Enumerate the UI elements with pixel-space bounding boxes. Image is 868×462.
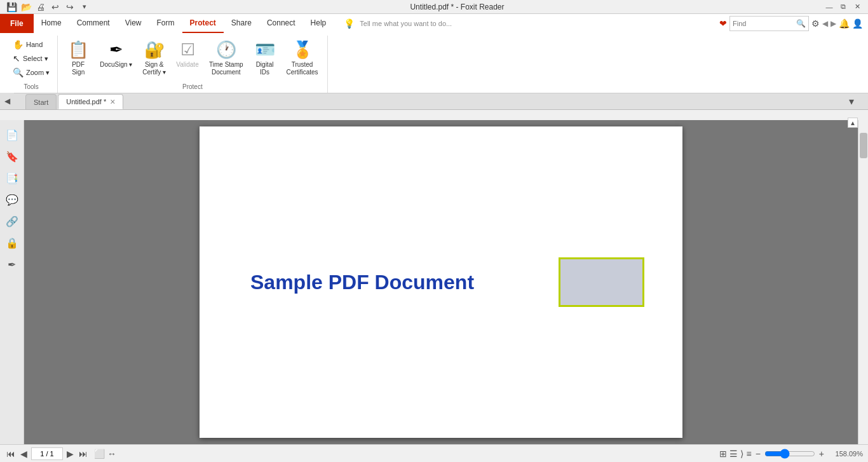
qa-open[interactable]: 📂 bbox=[20, 1, 32, 13]
vertical-scrollbar[interactable] bbox=[858, 120, 868, 444]
trusted-certificates-button[interactable]: 🏅 TrustedCertificates bbox=[283, 38, 322, 78]
sidebar-item-bookmarks[interactable]: 🔖 bbox=[3, 147, 22, 166]
zoom-label: 158.09% bbox=[828, 450, 863, 458]
zoom-tool[interactable]: 🔍 Zoom ▾ bbox=[10, 66, 52, 79]
protect-section: 📋 PDFSign ✒ DocuSign ▾ 🔐 Sign &Certify ▾… bbox=[58, 36, 327, 93]
hand-tool[interactable]: ✋ Hand bbox=[10, 38, 45, 51]
notifications-icon[interactable]: 🔔 bbox=[839, 18, 850, 29]
protect-label: Protect bbox=[182, 82, 203, 93]
docusign-button[interactable]: ✒ DocuSign ▾ bbox=[96, 38, 136, 71]
menu-view[interactable]: View bbox=[118, 14, 149, 33]
tab-untitled-label: Untitled.pdf * bbox=[66, 98, 106, 105]
ribbon-collapse-button[interactable]: ▲ bbox=[848, 118, 858, 128]
layout-icons: ⊞ ☰ ⟩ ≡ bbox=[719, 449, 751, 459]
sidebar-item-thumbnails[interactable]: 📄 bbox=[3, 125, 22, 144]
title-bar: 💾 📂 🖨 ↩ ↪ ▾ Untitled.pdf * - Foxit Reade… bbox=[0, 0, 868, 14]
sidebar: 📄 🔖 📑 💬 🔗 🔒 ✒ bbox=[0, 120, 24, 444]
zoom-out-button[interactable]: − bbox=[754, 449, 762, 459]
validate-icon: ☑ bbox=[180, 40, 195, 60]
restore-button[interactable]: ⧉ bbox=[837, 1, 849, 13]
search-input[interactable] bbox=[730, 18, 794, 29]
signature-field[interactable] bbox=[559, 257, 644, 307]
sign-certify-button[interactable]: 🔐 Sign &Certify ▾ bbox=[139, 38, 170, 78]
facing-icon[interactable]: ⟩ bbox=[740, 449, 743, 459]
nav-forward-icon[interactable]: ▶ bbox=[831, 19, 836, 28]
nav-back-icon[interactable]: ◀ bbox=[822, 19, 828, 28]
menu-share[interactable]: Share bbox=[224, 14, 259, 33]
docusign-label: DocuSign ▾ bbox=[100, 61, 132, 69]
timestamp-label: Time StampDocument bbox=[209, 61, 243, 76]
new-tab-button[interactable]: ▾ bbox=[845, 93, 858, 109]
timestamp-button[interactable]: 🕐 Time StampDocument bbox=[205, 38, 247, 78]
validate-label: Validate bbox=[176, 61, 198, 69]
close-button[interactable]: ✕ bbox=[851, 1, 863, 13]
last-page-button[interactable]: ⏭ bbox=[78, 449, 89, 459]
menu-help[interactable]: Help bbox=[303, 14, 334, 33]
tab-close-button[interactable]: × bbox=[110, 97, 115, 106]
minimize-button[interactable]: — bbox=[824, 1, 835, 13]
zoom-slider[interactable] bbox=[764, 449, 815, 459]
sidebar-item-comments[interactable]: 💬 bbox=[3, 190, 22, 209]
hand-label: Hand bbox=[26, 41, 43, 48]
hand-icon: ✋ bbox=[13, 39, 24, 50]
menu-home[interactable]: Home bbox=[34, 14, 69, 33]
tell-me-bar[interactable]: Tell me what you want to do... bbox=[360, 20, 452, 27]
tab-start-label: Start bbox=[34, 99, 48, 106]
first-page-button[interactable]: ⏮ bbox=[5, 449, 17, 459]
menu-connect[interactable]: Connect bbox=[259, 14, 303, 33]
tab-scroll-left[interactable]: ◀ bbox=[0, 93, 14, 109]
page-navigation: ⏮ ◀ ▶ ⏭ bbox=[5, 447, 89, 460]
tab-start[interactable]: Start bbox=[25, 94, 57, 109]
select-icon: ↖ bbox=[13, 53, 20, 64]
prev-page-button[interactable]: ◀ bbox=[19, 449, 29, 459]
menu-form[interactable]: Form bbox=[149, 14, 182, 33]
fit-width-button[interactable]: ↔ bbox=[107, 449, 116, 459]
settings-icon[interactable]: ⚙ bbox=[811, 18, 820, 29]
digital-ids-label: DigitalIDs bbox=[256, 61, 274, 76]
tab-bar: ◀ Start Untitled.pdf * × ▾ bbox=[0, 93, 868, 110]
tab-untitled[interactable]: Untitled.pdf * × bbox=[58, 94, 123, 109]
continuous-facing-icon[interactable]: ≡ bbox=[746, 449, 751, 459]
tools-label: Tools bbox=[24, 82, 38, 93]
menu-protect[interactable]: Protect bbox=[182, 14, 224, 33]
pdf-sign-button[interactable]: 📋 PDFSign bbox=[63, 38, 93, 78]
status-right: ⊞ ☰ ⟩ ≡ − + 158.09% bbox=[719, 449, 863, 459]
select-tool[interactable]: ↖ Select ▾ bbox=[10, 52, 51, 65]
validate-button[interactable]: ☑ Validate bbox=[172, 38, 203, 71]
timestamp-icon: 🕐 bbox=[216, 40, 236, 60]
ribbon: ✋ Hand ↖ Select ▾ 🔍 Zoom ▾ Tools 📋 PDFSi… bbox=[0, 33, 868, 93]
qa-print[interactable]: 🖨 bbox=[34, 1, 47, 13]
single-page-icon[interactable]: ⊞ bbox=[719, 449, 727, 459]
continuous-icon[interactable]: ☰ bbox=[729, 449, 738, 459]
tools-section: ✋ Hand ↖ Select ▾ 🔍 Zoom ▾ Tools bbox=[5, 36, 58, 93]
sidebar-item-layers[interactable]: 📑 bbox=[3, 168, 22, 187]
menu-comment[interactable]: Comment bbox=[69, 14, 118, 33]
pdf-sample-text: Sample PDF Document bbox=[250, 271, 474, 294]
digital-ids-button[interactable]: 🪪 DigitalIDs bbox=[250, 38, 280, 78]
file-menu[interactable]: File bbox=[0, 14, 34, 33]
qa-save[interactable]: 💾 bbox=[5, 1, 18, 13]
sidebar-item-attachments[interactable]: 🔗 bbox=[3, 212, 22, 231]
qa-undo[interactable]: ↩ bbox=[49, 1, 62, 13]
protect-buttons: 📋 PDFSign ✒ DocuSign ▾ 🔐 Sign &Certify ▾… bbox=[63, 36, 322, 82]
window-title: Untitled.pdf * - Foxit Reader bbox=[91, 3, 824, 11]
sidebar-item-signatures[interactable]: ✒ bbox=[3, 255, 22, 274]
search-button[interactable]: 🔍 bbox=[794, 18, 808, 29]
pdf-sign-label: PDFSign bbox=[72, 61, 85, 76]
status-left: ⏮ ◀ ▶ ⏭ ⬜ ↔ bbox=[5, 447, 116, 460]
qa-redo[interactable]: ↪ bbox=[64, 1, 76, 13]
select-label: Select ▾ bbox=[23, 55, 48, 63]
scroll-thumb[interactable] bbox=[860, 133, 867, 158]
menu-bar: File Home Comment View Form Protect Shar… bbox=[0, 14, 868, 33]
sidebar-item-security[interactable]: 🔒 bbox=[3, 233, 22, 252]
heart-icon[interactable]: ❤ bbox=[719, 18, 727, 29]
zoom-label: Zoom ▾ bbox=[26, 69, 50, 77]
fit-page-button[interactable]: ⬜ bbox=[94, 449, 105, 459]
lightbulb-icon: 💡 bbox=[344, 18, 355, 29]
qa-dropdown[interactable]: ▾ bbox=[78, 1, 91, 13]
user-icon[interactable]: 👤 bbox=[852, 18, 863, 29]
zoom-in-button[interactable]: + bbox=[818, 449, 825, 459]
docusign-icon: ✒ bbox=[109, 40, 123, 60]
page-input[interactable] bbox=[31, 447, 63, 460]
next-page-button[interactable]: ▶ bbox=[65, 449, 75, 459]
